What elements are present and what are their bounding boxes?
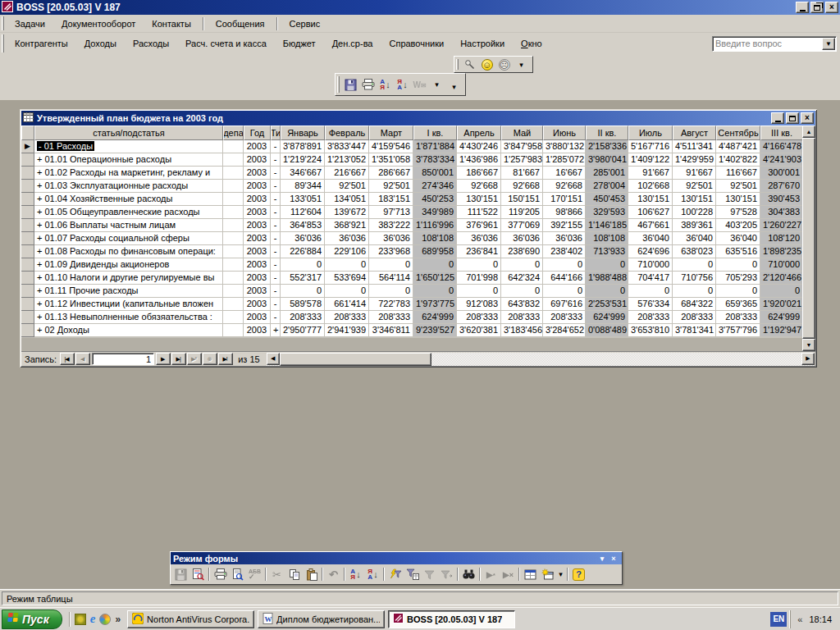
menu-item-3[interactable]: Контакты (144, 19, 199, 29)
value-cell[interactable]: 0 (413, 258, 457, 272)
value-cell[interactable]: 0 (501, 285, 543, 298)
year-cell[interactable]: 2003 (244, 180, 271, 193)
value-cell[interactable]: 1'260'227 (760, 219, 802, 232)
value-cell[interactable]: 97'528 (716, 206, 760, 219)
value-cell[interactable]: 236'841 (457, 245, 501, 258)
value-cell[interactable]: 704'417 (628, 272, 673, 285)
value-cell[interactable]: 5'167'716 (628, 140, 673, 153)
view-icon[interactable] (189, 566, 207, 582)
department-cell[interactable] (223, 167, 244, 180)
value-cell[interactable]: 300'001 (760, 167, 802, 180)
menu-item-4[interactable]: Сообщения (208, 19, 273, 29)
value-cell[interactable]: 390'453 (760, 193, 802, 206)
value-cell[interactable]: 710'000 (760, 258, 802, 272)
value-cell[interactable]: 661'414 (325, 298, 369, 311)
value-cell[interactable]: 684'322 (673, 298, 716, 311)
ask-question-box[interactable]: Введите вопрос ▼ (712, 36, 837, 52)
row-selector[interactable] (21, 180, 34, 193)
year-cell[interactable]: 2003 (244, 285, 271, 298)
value-cell[interactable]: 697'616 (543, 298, 586, 311)
toolbar-grip[interactable] (456, 59, 459, 70)
column-header-9[interactable]: Апрель (457, 126, 501, 140)
column-header-12[interactable]: II кв. (586, 126, 628, 140)
value-cell[interactable]: 1'871'884 (413, 140, 457, 153)
value-cell[interactable]: 368'921 (325, 219, 369, 232)
column-header-14[interactable]: Август (673, 126, 716, 140)
value-cell[interactable]: 659'365 (716, 298, 760, 311)
taskbar-task[interactable]: WДиплом бюджетирован... (258, 610, 385, 628)
article-cell[interactable]: + 01.01 Операционные расходы (34, 153, 223, 167)
year-cell[interactable]: 2003 (244, 153, 271, 167)
article-cell[interactable]: - 01 Расходы (34, 140, 223, 153)
value-cell[interactable]: 0 (586, 285, 628, 298)
department-cell[interactable] (223, 140, 244, 153)
value-cell[interactable]: 106'627 (628, 206, 673, 219)
scroll-right-icon[interactable]: ▶ (801, 353, 815, 365)
last-record-icon[interactable]: ▶| (171, 353, 186, 365)
department-cell[interactable] (223, 298, 244, 311)
value-cell[interactable]: 3'878'891 (281, 140, 325, 153)
value-cell[interactable]: 635'516 (716, 245, 760, 258)
value-cell[interactable]: 0 (281, 285, 325, 298)
value-cell[interactable]: 112'604 (281, 206, 325, 219)
value-cell[interactable]: 1'650'125 (413, 272, 457, 285)
value-cell[interactable]: 850'001 (413, 167, 457, 180)
value-cell[interactable]: 108'120 (760, 232, 802, 245)
row-selector[interactable] (21, 193, 34, 206)
department-cell[interactable] (223, 245, 244, 258)
close-button[interactable]: × (825, 2, 838, 13)
show-desktop-icon[interactable] (75, 614, 86, 625)
value-cell[interactable]: 2'120'466 (760, 272, 802, 285)
media-player-icon[interactable] (99, 614, 111, 625)
type-cell[interactable]: - (271, 167, 281, 180)
article-cell[interactable]: + 02 Доходы (34, 324, 223, 337)
value-cell[interactable]: 1'409'122 (628, 153, 673, 167)
value-cell[interactable]: 713'933 (586, 245, 628, 258)
print-preview-icon[interactable] (229, 566, 246, 582)
value-cell[interactable]: 1'285'072 (543, 153, 586, 167)
value-cell[interactable]: 346'667 (281, 167, 325, 180)
row-selector[interactable] (21, 167, 34, 180)
first-record-icon[interactable]: |◀ (60, 353, 75, 365)
value-cell[interactable]: 216'667 (325, 167, 369, 180)
menu-item-3[interactable]: Расходы (125, 39, 177, 48)
menu-item-2[interactable]: Доходы (76, 39, 125, 48)
value-cell[interactable]: 1'219'224 (281, 153, 325, 167)
value-cell[interactable]: 1'351'058 (369, 153, 413, 167)
print-icon[interactable] (212, 566, 229, 582)
value-cell[interactable]: 285'001 (586, 167, 628, 180)
value-cell[interactable]: 92'668 (543, 180, 586, 193)
value-cell[interactable]: 0 (673, 258, 716, 272)
year-cell[interactable]: 2003 (244, 324, 271, 337)
value-cell[interactable]: 4'430'246 (457, 140, 501, 153)
year-cell[interactable]: 2003 (244, 219, 271, 232)
save-icon[interactable] (342, 76, 359, 93)
value-cell[interactable]: 208'333 (325, 311, 369, 324)
value-cell[interactable]: 116'667 (716, 167, 760, 180)
value-cell[interactable]: 2'158'336 (586, 140, 628, 153)
value-cell[interactable]: 0 (369, 285, 413, 298)
next-record-icon[interactable]: ▶ (156, 353, 171, 365)
value-cell[interactable]: 0 (325, 285, 369, 298)
value-cell[interactable]: 208'333 (457, 311, 501, 324)
value-cell[interactable]: 701'998 (457, 272, 501, 285)
row-selector[interactable] (21, 324, 34, 337)
chevron-down-icon[interactable]: ▾ (596, 554, 608, 564)
value-cell[interactable]: 36'036 (457, 232, 501, 245)
value-cell[interactable]: 111'522 (457, 206, 501, 219)
column-header-3[interactable]: Год (244, 126, 271, 140)
value-cell[interactable]: 364'853 (281, 219, 325, 232)
value-cell[interactable]: 564'114 (369, 272, 413, 285)
value-cell[interactable]: 108'108 (586, 232, 628, 245)
type-cell[interactable]: - (271, 180, 281, 193)
horizontal-scroll-thumb[interactable] (280, 353, 431, 366)
value-cell[interactable]: 0 (325, 258, 369, 272)
department-cell[interactable] (223, 258, 244, 272)
chevron-icon[interactable]: » (115, 614, 121, 625)
type-cell[interactable]: - (271, 311, 281, 324)
value-cell[interactable]: 1'257'983 (501, 153, 543, 167)
value-cell[interactable]: 208'333 (369, 311, 413, 324)
value-cell[interactable]: 133'051 (281, 193, 325, 206)
value-cell[interactable]: 208'333 (501, 311, 543, 324)
value-cell[interactable]: 238'402 (543, 245, 586, 258)
